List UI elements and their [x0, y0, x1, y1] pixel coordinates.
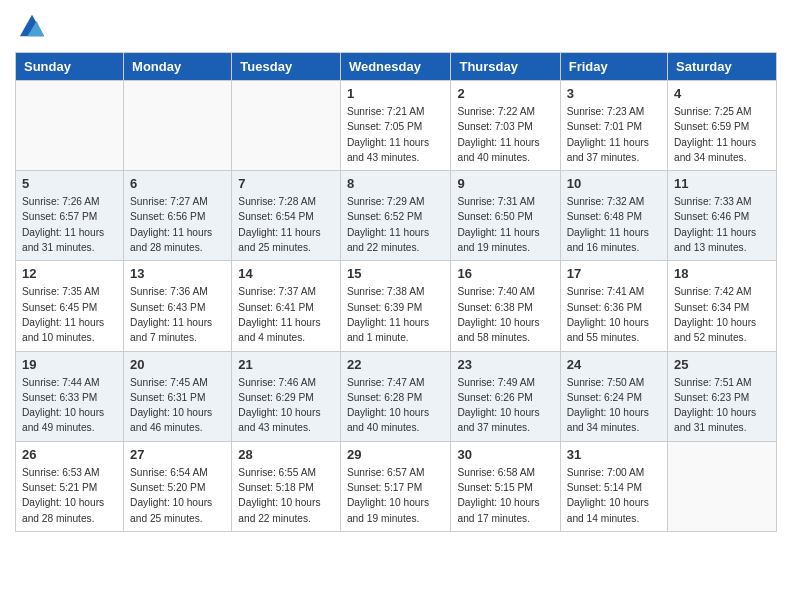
day-info: Sunrise: 7:36 AM Sunset: 6:43 PM Dayligh…	[130, 284, 225, 345]
calendar-cell: 20Sunrise: 7:45 AM Sunset: 6:31 PM Dayli…	[124, 351, 232, 441]
day-info: Sunrise: 7:44 AM Sunset: 6:33 PM Dayligh…	[22, 375, 117, 436]
day-info: Sunrise: 7:27 AM Sunset: 6:56 PM Dayligh…	[130, 194, 225, 255]
day-number: 21	[238, 357, 334, 372]
calendar-cell: 14Sunrise: 7:37 AM Sunset: 6:41 PM Dayli…	[232, 261, 341, 351]
calendar-cell: 31Sunrise: 7:00 AM Sunset: 5:14 PM Dayli…	[560, 441, 667, 531]
day-info: Sunrise: 7:29 AM Sunset: 6:52 PM Dayligh…	[347, 194, 445, 255]
day-number: 12	[22, 266, 117, 281]
day-info: Sunrise: 7:28 AM Sunset: 6:54 PM Dayligh…	[238, 194, 334, 255]
calendar-week-5: 26Sunrise: 6:53 AM Sunset: 5:21 PM Dayli…	[16, 441, 777, 531]
calendar-cell: 1Sunrise: 7:21 AM Sunset: 7:05 PM Daylig…	[340, 81, 451, 171]
day-info: Sunrise: 7:32 AM Sunset: 6:48 PM Dayligh…	[567, 194, 661, 255]
day-number: 25	[674, 357, 770, 372]
day-number: 22	[347, 357, 445, 372]
day-info: Sunrise: 7:42 AM Sunset: 6:34 PM Dayligh…	[674, 284, 770, 345]
calendar-cell: 6Sunrise: 7:27 AM Sunset: 6:56 PM Daylig…	[124, 171, 232, 261]
calendar-header-thursday: Thursday	[451, 53, 560, 81]
day-number: 11	[674, 176, 770, 191]
calendar-cell: 30Sunrise: 6:58 AM Sunset: 5:15 PM Dayli…	[451, 441, 560, 531]
calendar-cell: 28Sunrise: 6:55 AM Sunset: 5:18 PM Dayli…	[232, 441, 341, 531]
calendar-cell	[16, 81, 124, 171]
day-info: Sunrise: 7:26 AM Sunset: 6:57 PM Dayligh…	[22, 194, 117, 255]
day-number: 1	[347, 86, 445, 101]
calendar-cell: 13Sunrise: 7:36 AM Sunset: 6:43 PM Dayli…	[124, 261, 232, 351]
calendar-cell: 9Sunrise: 7:31 AM Sunset: 6:50 PM Daylig…	[451, 171, 560, 261]
calendar: SundayMondayTuesdayWednesdayThursdayFrid…	[15, 52, 777, 532]
day-number: 30	[457, 447, 553, 462]
day-info: Sunrise: 7:21 AM Sunset: 7:05 PM Dayligh…	[347, 104, 445, 165]
calendar-cell: 10Sunrise: 7:32 AM Sunset: 6:48 PM Dayli…	[560, 171, 667, 261]
day-info: Sunrise: 6:54 AM Sunset: 5:20 PM Dayligh…	[130, 465, 225, 526]
calendar-cell	[124, 81, 232, 171]
day-number: 2	[457, 86, 553, 101]
calendar-cell: 3Sunrise: 7:23 AM Sunset: 7:01 PM Daylig…	[560, 81, 667, 171]
day-number: 6	[130, 176, 225, 191]
day-info: Sunrise: 7:33 AM Sunset: 6:46 PM Dayligh…	[674, 194, 770, 255]
day-info: Sunrise: 7:31 AM Sunset: 6:50 PM Dayligh…	[457, 194, 553, 255]
day-number: 19	[22, 357, 117, 372]
calendar-cell: 24Sunrise: 7:50 AM Sunset: 6:24 PM Dayli…	[560, 351, 667, 441]
calendar-week-1: 1Sunrise: 7:21 AM Sunset: 7:05 PM Daylig…	[16, 81, 777, 171]
calendar-week-3: 12Sunrise: 7:35 AM Sunset: 6:45 PM Dayli…	[16, 261, 777, 351]
day-info: Sunrise: 6:57 AM Sunset: 5:17 PM Dayligh…	[347, 465, 445, 526]
day-number: 4	[674, 86, 770, 101]
calendar-header-friday: Friday	[560, 53, 667, 81]
calendar-cell: 16Sunrise: 7:40 AM Sunset: 6:38 PM Dayli…	[451, 261, 560, 351]
day-info: Sunrise: 7:51 AM Sunset: 6:23 PM Dayligh…	[674, 375, 770, 436]
calendar-cell: 21Sunrise: 7:46 AM Sunset: 6:29 PM Dayli…	[232, 351, 341, 441]
logo-icon	[18, 10, 46, 38]
calendar-cell: 15Sunrise: 7:38 AM Sunset: 6:39 PM Dayli…	[340, 261, 451, 351]
day-info: Sunrise: 7:37 AM Sunset: 6:41 PM Dayligh…	[238, 284, 334, 345]
calendar-header-monday: Monday	[124, 53, 232, 81]
day-number: 20	[130, 357, 225, 372]
calendar-cell: 4Sunrise: 7:25 AM Sunset: 6:59 PM Daylig…	[668, 81, 777, 171]
calendar-cell: 8Sunrise: 7:29 AM Sunset: 6:52 PM Daylig…	[340, 171, 451, 261]
day-number: 13	[130, 266, 225, 281]
day-info: Sunrise: 7:38 AM Sunset: 6:39 PM Dayligh…	[347, 284, 445, 345]
day-number: 5	[22, 176, 117, 191]
calendar-header-row: SundayMondayTuesdayWednesdayThursdayFrid…	[16, 53, 777, 81]
day-number: 28	[238, 447, 334, 462]
day-number: 15	[347, 266, 445, 281]
calendar-cell	[668, 441, 777, 531]
day-info: Sunrise: 7:46 AM Sunset: 6:29 PM Dayligh…	[238, 375, 334, 436]
day-info: Sunrise: 7:00 AM Sunset: 5:14 PM Dayligh…	[567, 465, 661, 526]
day-info: Sunrise: 7:41 AM Sunset: 6:36 PM Dayligh…	[567, 284, 661, 345]
calendar-week-4: 19Sunrise: 7:44 AM Sunset: 6:33 PM Dayli…	[16, 351, 777, 441]
calendar-header-tuesday: Tuesday	[232, 53, 341, 81]
calendar-cell: 7Sunrise: 7:28 AM Sunset: 6:54 PM Daylig…	[232, 171, 341, 261]
calendar-cell: 12Sunrise: 7:35 AM Sunset: 6:45 PM Dayli…	[16, 261, 124, 351]
calendar-cell: 5Sunrise: 7:26 AM Sunset: 6:57 PM Daylig…	[16, 171, 124, 261]
day-number: 14	[238, 266, 334, 281]
calendar-cell: 19Sunrise: 7:44 AM Sunset: 6:33 PM Dayli…	[16, 351, 124, 441]
calendar-cell: 25Sunrise: 7:51 AM Sunset: 6:23 PM Dayli…	[668, 351, 777, 441]
calendar-header-sunday: Sunday	[16, 53, 124, 81]
day-number: 27	[130, 447, 225, 462]
day-number: 16	[457, 266, 553, 281]
calendar-cell: 17Sunrise: 7:41 AM Sunset: 6:36 PM Dayli…	[560, 261, 667, 351]
page: SundayMondayTuesdayWednesdayThursdayFrid…	[0, 0, 792, 542]
day-number: 18	[674, 266, 770, 281]
day-number: 29	[347, 447, 445, 462]
day-info: Sunrise: 6:53 AM Sunset: 5:21 PM Dayligh…	[22, 465, 117, 526]
day-number: 17	[567, 266, 661, 281]
day-number: 8	[347, 176, 445, 191]
day-number: 7	[238, 176, 334, 191]
calendar-header-wednesday: Wednesday	[340, 53, 451, 81]
calendar-cell: 2Sunrise: 7:22 AM Sunset: 7:03 PM Daylig…	[451, 81, 560, 171]
day-number: 24	[567, 357, 661, 372]
day-info: Sunrise: 7:23 AM Sunset: 7:01 PM Dayligh…	[567, 104, 661, 165]
calendar-cell: 11Sunrise: 7:33 AM Sunset: 6:46 PM Dayli…	[668, 171, 777, 261]
calendar-cell: 18Sunrise: 7:42 AM Sunset: 6:34 PM Dayli…	[668, 261, 777, 351]
day-info: Sunrise: 7:47 AM Sunset: 6:28 PM Dayligh…	[347, 375, 445, 436]
day-number: 26	[22, 447, 117, 462]
day-number: 23	[457, 357, 553, 372]
calendar-cell: 26Sunrise: 6:53 AM Sunset: 5:21 PM Dayli…	[16, 441, 124, 531]
logo	[15, 10, 46, 42]
day-info: Sunrise: 6:55 AM Sunset: 5:18 PM Dayligh…	[238, 465, 334, 526]
day-info: Sunrise: 7:49 AM Sunset: 6:26 PM Dayligh…	[457, 375, 553, 436]
day-info: Sunrise: 7:40 AM Sunset: 6:38 PM Dayligh…	[457, 284, 553, 345]
day-info: Sunrise: 7:45 AM Sunset: 6:31 PM Dayligh…	[130, 375, 225, 436]
header	[15, 10, 777, 42]
calendar-week-2: 5Sunrise: 7:26 AM Sunset: 6:57 PM Daylig…	[16, 171, 777, 261]
